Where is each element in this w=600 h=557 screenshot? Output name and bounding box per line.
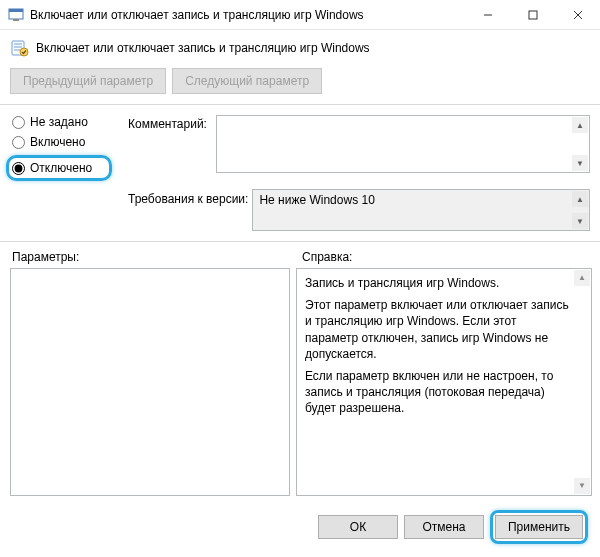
highlight-disabled: Отключено — [6, 155, 112, 181]
svg-rect-2 — [13, 19, 19, 21]
comment-textarea[interactable]: ▲ ▼ — [216, 115, 590, 173]
radio-disabled[interactable]: Отключено — [12, 161, 101, 175]
minimize-button[interactable] — [465, 0, 510, 30]
titlebar: Включает или отключает запись и трансляц… — [0, 0, 600, 30]
previous-setting-button[interactable]: Предыдущий параметр — [10, 68, 166, 94]
scroll-up-icon[interactable]: ▲ — [572, 117, 588, 133]
state-radio-group: Не задано Включено Отключено — [12, 115, 112, 181]
help-paragraph-1: Запись и трансляция игр Windows. — [305, 275, 571, 291]
window-title: Включает или отключает запись и трансляц… — [30, 8, 465, 22]
dialog-footer: ОК Отмена Применить — [0, 502, 600, 554]
help-paragraph-3: Если параметр включен или не настроен, т… — [305, 368, 571, 417]
apply-button[interactable]: Применить — [495, 515, 583, 539]
app-icon — [8, 7, 24, 23]
help-label: Справка: — [302, 250, 590, 264]
supported-value: Не ниже Windows 10 — [259, 193, 374, 207]
highlight-apply: Применить — [490, 510, 588, 544]
policy-title: Включает или отключает запись и трансляц… — [36, 41, 370, 55]
radio-not-configured-label: Не задано — [30, 115, 88, 129]
options-panel — [10, 268, 290, 496]
radio-not-configured-input[interactable] — [12, 116, 25, 129]
svg-rect-4 — [529, 11, 537, 19]
ok-button[interactable]: ОК — [318, 515, 398, 539]
radio-enabled[interactable]: Включено — [12, 135, 112, 149]
subheader: Включает или отключает запись и трансляц… — [0, 30, 600, 64]
radio-disabled-label: Отключено — [30, 161, 92, 175]
cancel-button[interactable]: Отмена — [404, 515, 484, 539]
radio-not-configured[interactable]: Не задано — [12, 115, 112, 129]
supported-row: Требования к версии: Не ниже Windows 10 … — [0, 185, 600, 241]
scroll-down-icon[interactable]: ▼ — [572, 213, 588, 229]
state-row: Не задано Включено Отключено Комментарий… — [0, 105, 600, 185]
supported-block: Требования к версии: Не ниже Windows 10 … — [128, 189, 590, 231]
svg-rect-1 — [9, 9, 23, 12]
comment-block: Комментарий: ▲ ▼ — [128, 115, 590, 173]
supported-value-box: Не ниже Windows 10 ▲ ▼ — [252, 189, 590, 231]
nav-buttons: Предыдущий параметр Следующий параметр — [0, 64, 600, 104]
scroll-down-icon[interactable]: ▼ — [572, 155, 588, 171]
scroll-up-icon[interactable]: ▲ — [574, 270, 590, 286]
scroll-up-icon[interactable]: ▲ — [572, 191, 588, 207]
maximize-button[interactable] — [510, 0, 555, 30]
supported-label: Требования к версии: — [128, 189, 248, 206]
window-controls — [465, 0, 600, 30]
next-setting-button[interactable]: Следующий параметр — [172, 68, 322, 94]
scroll-down-icon[interactable]: ▼ — [574, 478, 590, 494]
options-label: Параметры: — [12, 250, 292, 264]
help-paragraph-2: Этот параметр включает или отключает зап… — [305, 297, 571, 362]
comment-label: Комментарий: — [128, 115, 208, 131]
policy-icon — [10, 38, 30, 58]
columns: Запись и трансляция игр Windows. Этот па… — [0, 268, 600, 502]
radio-enabled-label: Включено — [30, 135, 85, 149]
radio-disabled-input[interactable] — [12, 162, 25, 175]
close-button[interactable] — [555, 0, 600, 30]
column-labels: Параметры: Справка: — [0, 242, 600, 268]
help-panel: Запись и трансляция игр Windows. Этот па… — [296, 268, 592, 496]
radio-enabled-input[interactable] — [12, 136, 25, 149]
